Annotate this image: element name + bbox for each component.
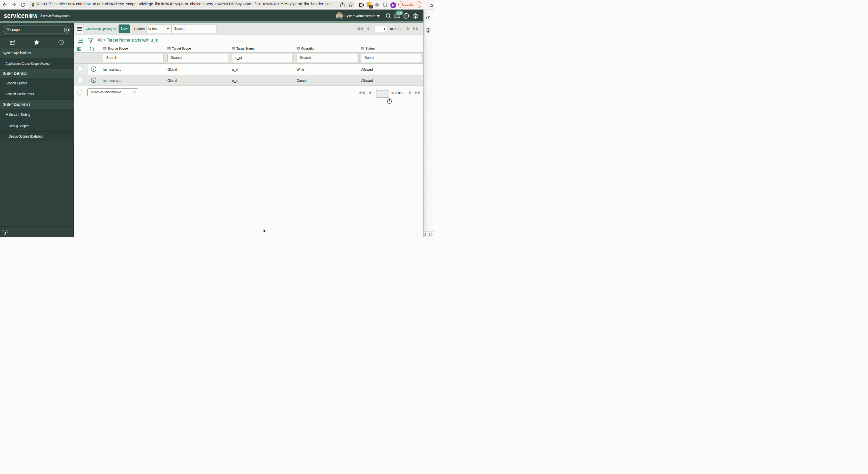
svg-text:w: w bbox=[33, 12, 37, 20]
svg-text:?: ? bbox=[430, 233, 431, 236]
svg-text:servicen: servicen bbox=[4, 12, 28, 20]
